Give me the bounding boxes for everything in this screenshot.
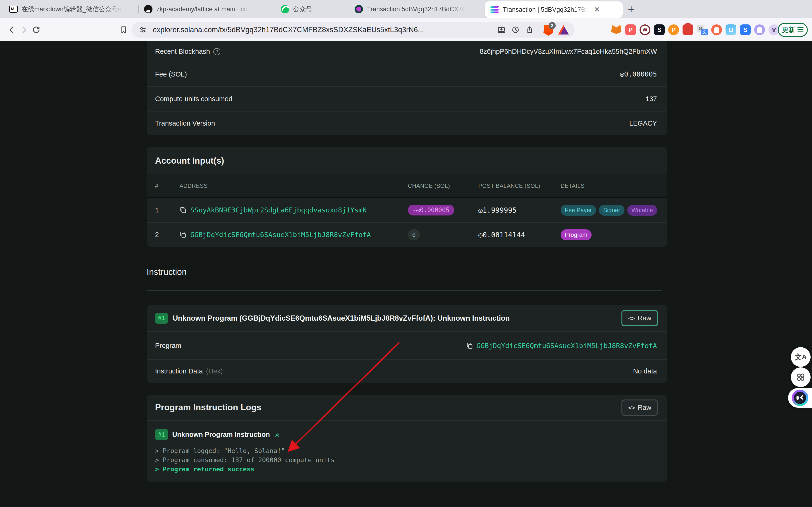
solana-explorer-page: Recent Blockhash ? 8z6jhpP6hDHDcyV8zuXfm… bbox=[0, 41, 812, 507]
fee-value: ◎0.000005 bbox=[620, 70, 657, 78]
overview-row-fee: Fee (SOL) ◎0.000005 bbox=[147, 62, 667, 86]
row-number: 2 bbox=[155, 231, 180, 239]
back-icon[interactable] bbox=[6, 24, 18, 36]
brave-shield-icon[interactable]: 2 bbox=[543, 24, 554, 36]
col-details: DETAILS bbox=[561, 183, 667, 189]
new-tab-button[interactable]: + bbox=[628, 3, 635, 15]
program-badge: Program bbox=[561, 229, 592, 240]
change-badge: -◎0.000005 bbox=[408, 205, 454, 216]
copy-icon[interactable] bbox=[180, 231, 187, 238]
col-address: ADDRESS bbox=[180, 183, 408, 189]
section-title: Account Input(s) bbox=[147, 147, 667, 174]
history-icon[interactable] bbox=[510, 24, 521, 35]
instruction-card-header: #1 Unknown Program (GGBjDqYdicSE6Qmtu6SA… bbox=[147, 305, 667, 332]
browser-toolbar: explorer.solana.com/tx/5dBVgq32h17BdCX7C… bbox=[0, 18, 812, 41]
bookmark-icon[interactable] bbox=[117, 24, 130, 36]
site-controls-icon[interactable] bbox=[137, 24, 148, 35]
collapse-icon[interactable] bbox=[274, 432, 280, 438]
phantom-icon[interactable] bbox=[754, 24, 765, 35]
raw-button[interactable]: <> Raw bbox=[621, 310, 658, 326]
polkadot-icon[interactable]: P bbox=[668, 24, 679, 35]
tab-transaction-explorer[interactable]: Transaction 5dBVgq32h17BdCX7C bbox=[349, 0, 485, 18]
col-num: # bbox=[155, 183, 180, 189]
row-number: 1 bbox=[155, 206, 180, 214]
row-label: Transaction Version bbox=[155, 119, 215, 127]
fee-payer-badge: Fee Payer bbox=[561, 205, 596, 216]
log-line-success: > Program returned success bbox=[155, 464, 659, 474]
transaction-overview-card: Recent Blockhash ? 8z6jhpP6hDHDcyV8zuXfm… bbox=[147, 41, 667, 135]
shield-badge: 2 bbox=[549, 22, 556, 29]
table-row: 1 SSoyAkBN9E3CjbWpr2SdgLa6Ejbqqdvasuxd8j… bbox=[147, 198, 667, 222]
row-label: Fee (SOL) bbox=[155, 70, 187, 78]
program-row: Program GGBjDqYdicSE6Qmtu6SAsueX1biM5Ljb… bbox=[147, 332, 667, 359]
browser-window: M↓ 在线markdown编辑器_微信公众号m zkp-academy/latt… bbox=[0, 0, 812, 507]
close-icon[interactable]: ✕ bbox=[594, 6, 600, 13]
github-icon bbox=[144, 5, 153, 14]
keplr-icon[interactable]: Ω bbox=[725, 24, 737, 35]
translate-float-button[interactable]: 文A bbox=[791, 347, 811, 367]
solflare-icon[interactable]: S bbox=[654, 24, 665, 35]
instruction-data-value: No data bbox=[633, 368, 657, 375]
account-inputs-card: Account Input(s) # ADDRESS CHANGE (SOL) … bbox=[147, 147, 667, 247]
tab-title: Transaction | 5dBVgq32h17Bd bbox=[503, 6, 589, 13]
google-translate-icon[interactable]: G文 bbox=[697, 24, 708, 35]
browser-update-button[interactable]: 更新 bbox=[778, 23, 808, 37]
logs-title: Program Instruction Logs bbox=[155, 402, 261, 412]
reload-icon[interactable] bbox=[30, 24, 42, 36]
instruction-data-row: Instruction Data (Hex) No data bbox=[147, 359, 667, 383]
copy-icon[interactable] bbox=[466, 342, 473, 349]
program-address-link[interactable]: GGBjDqYdicSE6Qmtu6SAsueX1biM5LjbJ8R8vZvF… bbox=[476, 342, 657, 350]
tab-wechat-mp[interactable]: 公众号 bbox=[275, 0, 349, 18]
metamask-icon[interactable] bbox=[611, 24, 622, 35]
info-icon[interactable]: ? bbox=[213, 48, 220, 55]
post-balance: ◎1.999995 bbox=[478, 206, 561, 214]
col-post-balance: POST BALANCE (SOL) bbox=[478, 183, 561, 189]
tab-github-repo[interactable]: zkp-academy/lattice at main · cos bbox=[139, 0, 275, 18]
divider bbox=[539, 25, 539, 35]
table-header: # ADDRESS CHANGE (SOL) POST BALANCE (SOL… bbox=[147, 174, 667, 198]
copy-icon[interactable] bbox=[180, 207, 187, 214]
markdown-icon: M↓ bbox=[9, 5, 18, 14]
col-change: CHANGE (SOL) bbox=[408, 183, 478, 189]
signer-badge: Signer bbox=[599, 205, 624, 216]
account-address-link[interactable]: SSoyAkBN9E3CjbWpr2SdgLa6Ejbqqdvasuxd8j1Y… bbox=[190, 206, 367, 214]
instruction-card: #1 Unknown Program (GGBjDqYdicSE6Qmtu6SA… bbox=[147, 305, 667, 383]
forward-icon[interactable] bbox=[18, 24, 30, 36]
subwallet-icon[interactable]: S bbox=[740, 24, 751, 35]
ai-assistant-float-button[interactable] bbox=[788, 388, 812, 408]
menu-icon bbox=[798, 27, 804, 33]
fire-hydrant-icon[interactable] bbox=[682, 24, 693, 35]
row-label-suffix: (Hex) bbox=[206, 368, 223, 375]
account-address-link[interactable]: GGBjDqYdicSE6Qmtu6SAsueX1biM5LjbJ8R8vZvF… bbox=[190, 231, 371, 239]
url-text[interactable]: explorer.solana.com/tx/5dBVgq32h17BdCX7C… bbox=[153, 25, 493, 34]
save-page-icon[interactable] bbox=[496, 24, 507, 35]
wallet-guard-icon[interactable]: W bbox=[640, 24, 650, 35]
ghost-orange-icon[interactable] bbox=[711, 24, 722, 35]
apps-grid-float-button[interactable] bbox=[791, 368, 811, 387]
log-line: > Program logged: "Hello, Solana!" bbox=[155, 446, 659, 455]
blockhash-value: 8z6jhpP6hDHDcyV8zuXfmLwx7Fcaq1oHka55hQ2F… bbox=[480, 48, 657, 55]
tab-title: zkp-academy/lattice at main · cos bbox=[156, 6, 251, 13]
logs-subtitle: Unknown Program Instruction bbox=[172, 431, 270, 439]
index-badge: #1 bbox=[155, 429, 168, 440]
url-bar[interactable]: explorer.solana.com/tx/5dBVgq32h17BdCX7C… bbox=[132, 22, 574, 38]
tab-markdown-editor[interactable]: M↓ 在线markdown编辑器_微信公众号m bbox=[4, 0, 138, 18]
index-badge: #1 bbox=[155, 313, 168, 324]
row-label: Program bbox=[155, 342, 181, 349]
row-label: Instruction Data bbox=[155, 368, 203, 375]
overview-row-blockhash: Recent Blockhash ? 8z6jhpP6hDHDcyV8zuXfm… bbox=[147, 41, 667, 62]
program-logs-card: Program Instruction Logs <> Raw #1 Unkno… bbox=[147, 395, 667, 482]
overview-row-version: Transaction Version LEGACY bbox=[147, 111, 667, 135]
tab-transaction-active[interactable]: Transaction | 5dBVgq32h17Bd ✕ bbox=[485, 1, 623, 18]
writable-badge: Writable bbox=[627, 205, 657, 216]
tab-title: Transaction 5dBVgq32h17BdCX7C bbox=[367, 6, 467, 13]
code-icon: <> bbox=[628, 315, 635, 322]
version-value: LEGACY bbox=[629, 119, 657, 127]
change-badge: 0 bbox=[408, 229, 420, 240]
pocket-universe-icon[interactable]: P bbox=[625, 24, 636, 35]
logs-body: #1 Unknown Program Instruction > Program… bbox=[147, 420, 667, 474]
brave-rewards-icon[interactable] bbox=[558, 25, 569, 35]
robot-icon bbox=[792, 390, 808, 406]
raw-button[interactable]: <> Raw bbox=[621, 399, 658, 416]
share-icon[interactable] bbox=[524, 24, 535, 35]
